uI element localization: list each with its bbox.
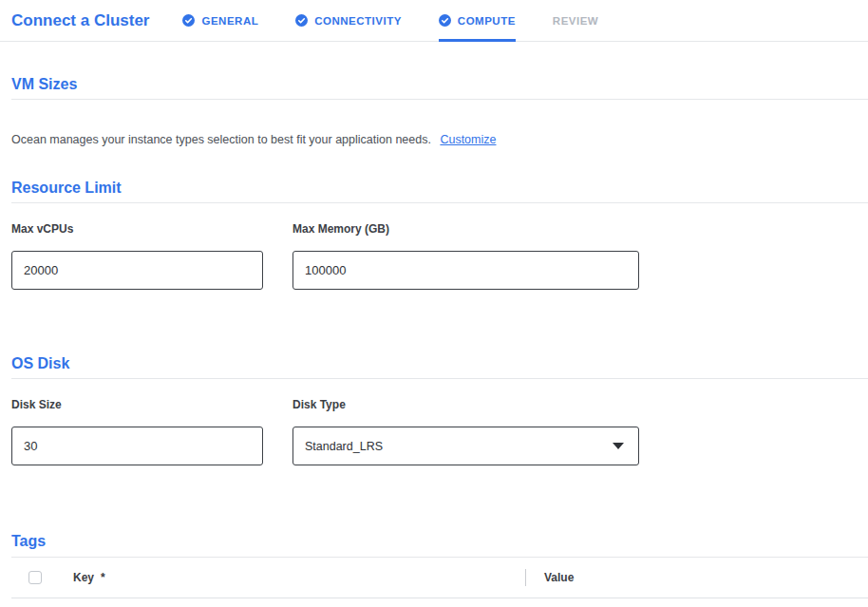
tab-connectivity[interactable]: CONNECTIVITY: [295, 0, 402, 41]
resource-limit-fields: Max vCPUs Max Memory (GB): [11, 222, 868, 290]
column-divider: [525, 569, 526, 586]
key-column-label: Key: [73, 571, 94, 584]
tags-table-header: Key* Value: [11, 558, 868, 598]
disk-size-label: Disk Size: [11, 398, 263, 411]
max-vcpus-label: Max vCPUs: [11, 222, 263, 236]
vm-sizes-description-text: Ocean manages your instance types select…: [11, 133, 431, 146]
required-marker: *: [101, 571, 105, 584]
disk-size-input[interactable]: [11, 427, 263, 465]
check-circle-icon: [182, 14, 195, 27]
disk-type-label: Disk Type: [292, 398, 639, 411]
disk-type-field: Disk Type Standard_LRS: [292, 398, 639, 465]
max-memory-field: Max Memory (GB): [292, 222, 639, 290]
tab-label: REVIEW: [553, 15, 598, 27]
vm-sizes-description: Ocean manages your instance types select…: [11, 133, 868, 147]
disk-size-field: Disk Size: [11, 398, 263, 465]
section-resource-limit: Resource Limit Max vCPUs Max Memory (GB): [11, 179, 868, 290]
tags-title: Tags: [11, 532, 868, 558]
customize-link[interactable]: Customize: [440, 133, 496, 146]
tab-review[interactable]: REVIEW: [553, 0, 598, 41]
max-vcpus-input[interactable]: [11, 251, 263, 290]
check-circle-icon: [439, 14, 451, 27]
check-circle-icon: [295, 14, 308, 27]
tab-label: COMPUTE: [458, 15, 516, 27]
section-vm-sizes: VM Sizes Ocean manages your instance typ…: [11, 75, 868, 147]
wizard-tabs: GENERAL CONNECTIVITY COMPUTE REVIEW: [182, 0, 635, 41]
os-disk-fields: Disk Size Disk Type Standard_LRS: [11, 398, 868, 465]
section-tags: Tags Key* Value: [11, 532, 868, 598]
disk-type-select[interactable]: Standard_LRS: [292, 427, 639, 465]
key-column-header: Key*: [73, 571, 525, 584]
tab-compute[interactable]: COMPUTE: [439, 0, 516, 41]
tab-label: GENERAL: [201, 15, 258, 27]
connect-cluster-page: Connect a Cluster GENERAL CONNECTIVITY C…: [0, 0, 868, 598]
page-title: Connect a Cluster: [11, 11, 149, 30]
os-disk-title: OS Disk: [11, 354, 868, 379]
max-vcpus-field: Max vCPUs: [11, 222, 263, 290]
wizard-header: Connect a Cluster GENERAL CONNECTIVITY C…: [0, 0, 868, 42]
tab-label: CONNECTIVITY: [314, 15, 402, 27]
max-memory-label: Max Memory (GB): [292, 222, 639, 236]
dropdown-caret-icon: [613, 443, 624, 449]
max-memory-input[interactable]: [292, 251, 639, 290]
resource-limit-title: Resource Limit: [11, 179, 868, 203]
select-all-checkbox[interactable]: [28, 571, 42, 584]
wizard-content: VM Sizes Ocean manages your instance typ…: [11, 75, 868, 598]
value-column-header: Value: [544, 571, 574, 584]
section-os-disk: OS Disk Disk Size Disk Type Standard_LRS: [11, 354, 868, 465]
disk-type-selected-value: Standard_LRS: [305, 440, 383, 453]
tab-general[interactable]: GENERAL: [182, 0, 258, 41]
vm-sizes-title: VM Sizes: [11, 75, 868, 100]
